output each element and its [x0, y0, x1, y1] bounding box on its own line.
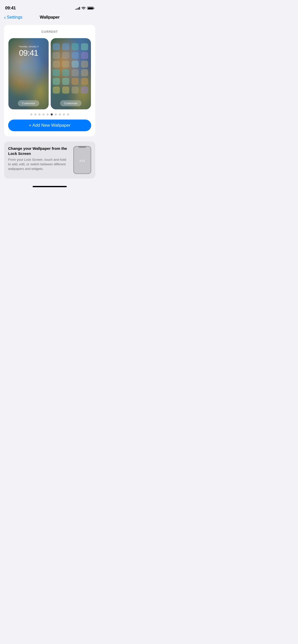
dot-3[interactable] [38, 113, 40, 115]
app-icon [81, 86, 88, 94]
app-icon [72, 78, 79, 85]
main-content: CURRENT Tuesday, January 9 09:41 Customi… [0, 23, 99, 184]
status-icons [75, 7, 94, 10]
app-icon [81, 52, 88, 59]
info-text: Change your Wallpaper from the Lock Scre… [8, 146, 70, 171]
app-icon [81, 69, 88, 76]
phone-illustration: 9:41 [73, 146, 91, 174]
wifi-icon [82, 7, 86, 10]
app-icon [81, 78, 88, 85]
back-button[interactable]: ‹ Settings [4, 15, 22, 20]
info-description: From your Lock Screen, touch and hold to… [8, 157, 70, 171]
app-icon [53, 52, 60, 59]
back-label: Settings [7, 15, 22, 20]
wallpaper-card: CURRENT Tuesday, January 9 09:41 Customi… [4, 25, 95, 136]
dot-10[interactable] [67, 113, 69, 115]
app-icon [72, 61, 79, 68]
app-icon [72, 86, 79, 94]
app-grid [53, 43, 89, 94]
dot-9[interactable] [63, 113, 65, 115]
dot-6-active[interactable] [51, 113, 53, 115]
app-icon [62, 86, 69, 94]
app-icon [53, 69, 60, 76]
dot-2[interactable] [34, 113, 36, 115]
app-icon [62, 78, 69, 85]
home-indicator [0, 184, 99, 189]
back-chevron-icon: ‹ [4, 15, 6, 20]
app-icon [62, 61, 69, 68]
pagination-dots [8, 113, 91, 115]
app-icon [72, 52, 79, 59]
page-title: Wallpaper [40, 15, 60, 20]
app-icon [53, 86, 60, 94]
info-title: Change your Wallpaper from the Lock Scre… [8, 146, 70, 156]
app-icon [81, 61, 88, 68]
status-bar: 09:41 [0, 0, 99, 13]
home-screen-preview[interactable]: Customize [51, 38, 91, 109]
app-icon [81, 43, 88, 50]
app-icon [72, 43, 79, 50]
lock-screen-preview[interactable]: Tuesday, January 9 09:41 Customize [8, 38, 49, 109]
app-icon [53, 43, 60, 50]
dot-1[interactable] [30, 113, 32, 115]
lock-time: 09:41 [8, 48, 49, 58]
app-icon [62, 43, 69, 50]
wallpaper-preview-main: Tuesday, January 9 09:41 Customize [8, 38, 91, 109]
add-wallpaper-button[interactable]: + Add New Wallpaper [8, 120, 91, 131]
battery-icon [87, 7, 94, 10]
dot-4[interactable] [43, 113, 45, 115]
app-icon [53, 61, 60, 68]
lock-screen-customize-button[interactable]: Customize [18, 100, 39, 106]
phone-illustration-time: 9:41 [79, 159, 85, 162]
home-bar [33, 186, 67, 187]
app-icon [62, 69, 69, 76]
info-card: Change your Wallpaper from the Lock Scre… [4, 141, 95, 179]
app-icon [62, 52, 69, 59]
nav-bar: ‹ Settings Wallpaper [0, 13, 99, 23]
section-label: CURRENT [8, 30, 91, 34]
lock-date: Tuesday, January 9 [8, 45, 49, 48]
dot-5[interactable] [47, 113, 49, 115]
previews-container: Tuesday, January 9 09:41 Customize [8, 38, 91, 109]
app-icon [53, 78, 60, 85]
dot-8[interactable] [59, 113, 61, 115]
home-screen-customize-button[interactable]: Customize [60, 100, 82, 106]
app-icon [72, 69, 79, 76]
status-time: 09:41 [5, 6, 16, 11]
dot-7[interactable] [55, 113, 57, 115]
signal-icon [75, 7, 80, 10]
lock-screen-info: Tuesday, January 9 09:41 [8, 45, 49, 58]
phone-screen: 9:41 [74, 148, 91, 173]
